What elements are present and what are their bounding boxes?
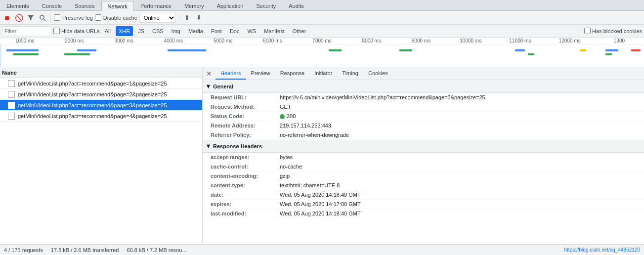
- hide-data-urls-input[interactable]: [53, 28, 60, 34]
- request-method-row: Request Method: GET: [203, 102, 644, 112]
- filter-manifest[interactable]: Manifest: [261, 26, 288, 36]
- status-green-dot: [280, 114, 285, 119]
- tab-sources[interactable]: Sources: [68, 0, 101, 10]
- tab-performance[interactable]: Performance: [134, 0, 178, 10]
- waterfall-bar-13: [631, 49, 641, 51]
- request-list-header: Name: [0, 67, 202, 78]
- filter-css[interactable]: CSS: [149, 26, 167, 36]
- tab-application[interactable]: Application: [211, 0, 250, 10]
- filter-xhr[interactable]: XHR: [116, 26, 133, 36]
- cache-control-row: cache-control: no-cache: [203, 162, 644, 171]
- timeline-label-9: 9000 ms: [396, 38, 446, 43]
- import-har-button[interactable]: ⬆: [182, 13, 192, 23]
- status-code-key: Status Code:: [211, 113, 280, 119]
- detail-panel: ✕ Headers Preview Response Initiator Tim…: [203, 67, 644, 244]
- request-item-1[interactable]: getMiniVideoList.php?act=recommend&page=…: [0, 78, 202, 89]
- request-item-4[interactable]: getMiniVideoList.php?act=recommend&page=…: [0, 111, 202, 122]
- date-row: date: Wed, 05 Aug 2020 14:18:40 GMT: [203, 190, 644, 200]
- preserve-log-input[interactable]: [54, 14, 60, 21]
- tab-memory[interactable]: Memory: [178, 0, 211, 10]
- filter-img[interactable]: Img: [169, 26, 183, 36]
- waterfall-bar-12: [605, 53, 612, 55]
- request-url-val: https://v.6.cn/minivideo/getMiniVideoLis…: [280, 94, 485, 100]
- has-blocked-cookies[interactable]: Has blocked cookies: [584, 28, 642, 34]
- content-encoding-key: content-encoding:: [211, 173, 280, 179]
- timeline-label-3: 3000 ms: [99, 38, 148, 43]
- accept-ranges-row: accept-ranges: bytes: [203, 153, 644, 162]
- export-har-button[interactable]: ⬇: [194, 13, 204, 23]
- toolbar-sep-1: [50, 13, 51, 22]
- timeline-label-10: 10000 ms: [446, 38, 495, 43]
- waterfall-bar-6: [329, 49, 342, 51]
- timeline-label-6: 6000 ms: [248, 38, 297, 43]
- request-item-2[interactable]: getMiniVideoList.php?act=recommend&page=…: [0, 89, 202, 100]
- filter-input[interactable]: [2, 26, 51, 36]
- waterfall-bar-5: [168, 49, 206, 51]
- svg-line-1: [44, 19, 46, 21]
- filter-font[interactable]: Font: [208, 26, 225, 36]
- svg-point-0: [40, 15, 44, 19]
- waterfall-bar-11: [605, 49, 618, 51]
- requests-count: 4 / 173 requests: [4, 247, 43, 253]
- tab-audits[interactable]: Audits: [282, 0, 310, 10]
- timeline-canvas: [0, 44, 644, 67]
- filter-ws[interactable]: WS: [244, 26, 259, 36]
- detail-tab-response[interactable]: Response: [275, 68, 310, 80]
- csdn-link[interactable]: https://blog.csdn.net/qq_44852120: [564, 247, 640, 253]
- filter-bar: Hide data URLs All XHR JS CSS Img Media …: [0, 25, 644, 38]
- filter-doc[interactable]: Doc: [227, 26, 243, 36]
- main-area: Name getMiniVideoList.php?act=recommend&…: [0, 67, 644, 244]
- last-modified-row: last-modified: Wed, 05 Aug 2020 14:18:40…: [203, 209, 644, 218]
- waterfall-bar-9: [528, 53, 534, 55]
- hide-data-urls-check[interactable]: Hide data URLs: [53, 28, 100, 34]
- waterfall-bar-4: [64, 53, 90, 55]
- request-method-val: GET: [280, 104, 291, 110]
- detail-tab-timing[interactable]: Timing: [337, 68, 363, 80]
- date-val: Wed, 05 Aug 2020 14:18:40 GMT: [280, 192, 361, 198]
- filter-js[interactable]: JS: [135, 26, 147, 36]
- remote-address-key: Remote Address:: [211, 123, 280, 128]
- expires-key: expires:: [211, 201, 280, 207]
- cache-control-key: cache-control:: [211, 164, 280, 170]
- preserve-log-checkbox[interactable]: Preserve log: [54, 14, 93, 21]
- detail-tab-preview[interactable]: Preview: [246, 68, 275, 80]
- timeline-label-5: 5000 ms: [198, 38, 248, 43]
- response-headers-section-header[interactable]: Response Headers: [203, 140, 644, 153]
- filter-other[interactable]: Other: [290, 26, 309, 36]
- network-toolbar: ⏺ 🚫 Preserve log Disable cache Online ⬆ …: [0, 11, 644, 25]
- timeline-label-7: 7000 ms: [297, 38, 346, 43]
- status-code-val: 200: [280, 113, 296, 119]
- expires-val: Wed, 05 Aug 2020 14:17:00 GMT: [280, 201, 361, 207]
- referrer-policy-val: no-referrer-when-downgrade: [280, 132, 349, 138]
- general-section-header[interactable]: General: [203, 80, 644, 93]
- top-tab-bar: Elements Console Sources Network Perform…: [0, 0, 644, 11]
- detail-tabs: ✕ Headers Preview Response Initiator Tim…: [203, 67, 644, 80]
- waterfall-bar-10: [580, 49, 586, 51]
- timeline-cursor: [0, 44, 0, 67]
- disable-cache-checkbox[interactable]: Disable cache: [95, 14, 137, 21]
- throttle-select[interactable]: Online: [139, 13, 176, 23]
- transferred-size: 17.8 kB / 2.6 MB transferred: [51, 247, 119, 253]
- disable-cache-input[interactable]: [95, 14, 101, 21]
- clear-button[interactable]: 🚫: [14, 13, 24, 23]
- record-button[interactable]: ⏺: [2, 13, 12, 23]
- detail-tab-initiator[interactable]: Initiator: [309, 68, 337, 80]
- detail-tab-cookies[interactable]: Cookies: [363, 68, 393, 80]
- filter-button[interactable]: [26, 13, 36, 23]
- detail-close-button[interactable]: ✕: [205, 69, 214, 78]
- status-code-row: Status Code: 200: [203, 112, 644, 121]
- filter-media[interactable]: Media: [185, 26, 206, 36]
- request-url-key: Request URL:: [211, 94, 280, 100]
- tab-security[interactable]: Security: [250, 0, 282, 10]
- tab-network[interactable]: Network: [101, 1, 134, 11]
- search-button[interactable]: [38, 13, 47, 23]
- tab-elements[interactable]: Elements: [0, 0, 36, 10]
- tab-console[interactable]: Console: [36, 0, 68, 10]
- request-list: Name getMiniVideoList.php?act=recommend&…: [0, 67, 203, 244]
- detail-tab-headers[interactable]: Headers: [215, 68, 246, 80]
- has-blocked-input[interactable]: [584, 28, 591, 34]
- request-item-3[interactable]: getMiniVideoList.php?act=recommend&page=…: [0, 100, 202, 111]
- timeline-label-13: 1300: [595, 38, 644, 43]
- filter-all[interactable]: All: [102, 26, 114, 36]
- network-timeline: 1000 ms 2000 ms 3000 ms 4000 ms 5000 ms …: [0, 38, 644, 67]
